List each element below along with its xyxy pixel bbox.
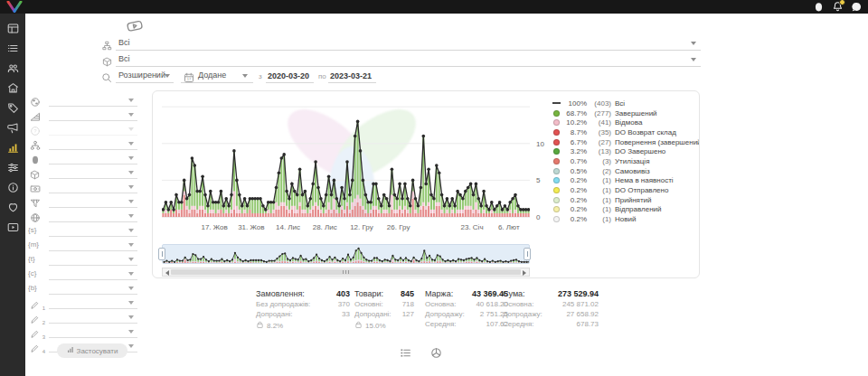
- stat-title: Маржа:: [425, 289, 453, 300]
- legend-item[interactable]: 10.2% (41) Відмова: [552, 118, 695, 127]
- pie-view-icon[interactable]: [430, 346, 443, 359]
- stat-title: Сума:: [503, 289, 525, 300]
- chart-legend: 100% (403) Всі 68.7% (277) Завершений 10…: [552, 99, 695, 224]
- legend-item[interactable]: 0.2% (1) Відправлений: [552, 205, 695, 215]
- panel-select-funnel-chart[interactable]: [49, 108, 137, 121]
- navigator-right-handle[interactable]: [524, 248, 531, 260]
- calendar-icon: 17: [184, 70, 194, 87]
- legend-item[interactable]: 0.2% (1) Прийнятий: [552, 195, 695, 205]
- panel-select-customer[interactable]: [49, 152, 137, 164]
- chevron-down-icon: [691, 42, 696, 45]
- chart-scrollbar[interactable]: [162, 268, 530, 277]
- sidebar-item-marketing[interactable]: [0, 118, 25, 137]
- sidebar-item-tutorials[interactable]: [0, 217, 25, 237]
- orders-chart[interactable]: [162, 99, 530, 218]
- app-logo-icon[interactable]: [5, 1, 24, 13]
- stat-title: Замовлення:: [256, 289, 305, 300]
- legend-item[interactable]: 6.7% (27) Повернення (завершений): [552, 137, 695, 147]
- variable-icon: {s}: [28, 226, 36, 234]
- legend-percent: 10.2%: [563, 118, 587, 127]
- legend-percent: 0.2%: [563, 205, 587, 213]
- apply-button-label: Застосувати: [77, 347, 118, 355]
- navigator-left-handle[interactable]: [158, 248, 165, 260]
- legend-item[interactable]: 68.7% (277) Завершений: [552, 108, 695, 118]
- apply-button[interactable]: Застосувати: [57, 343, 127, 358]
- search-mode-select[interactable]: [116, 82, 174, 83]
- panel-select-help[interactable]: [49, 123, 137, 136]
- legend-item[interactable]: 0.7% (3) Утилізація: [552, 156, 695, 166]
- legend-label: Всі: [615, 99, 625, 108]
- product-filter-select[interactable]: [116, 66, 701, 67]
- panel-select-filter[interactable]: [49, 195, 137, 208]
- notifications-bell-icon[interactable]: [832, 1, 844, 13]
- chart-navigator[interactable]: [162, 244, 530, 264]
- legend-item[interactable]: 100% (403) Всі: [552, 99, 695, 108]
- variable-icon: {t}: [28, 255, 35, 263]
- legend-percent: 0.7%: [563, 157, 587, 165]
- stat-sub-value: 678.73: [577, 320, 599, 330]
- panel-select-planet[interactable]: [49, 94, 137, 107]
- sidebar-item-customers[interactable]: [0, 58, 25, 78]
- panel-select-org-structure[interactable]: [49, 137, 137, 150]
- panel-select-var-m[interactable]: [49, 239, 137, 251]
- sidebar-item-promotions[interactable]: [0, 98, 25, 118]
- user-egg-icon[interactable]: [813, 1, 825, 13]
- panel-select-var-c[interactable]: [49, 268, 137, 280]
- panel-select-product[interactable]: [49, 166, 137, 179]
- sidebar-item-integrations[interactable]: [0, 157, 25, 177]
- help-icon: ?: [30, 124, 42, 136]
- legend-item[interactable]: 8.7% (35) DO Возврат склад: [552, 127, 695, 137]
- profile-blob-icon[interactable]: [851, 1, 863, 13]
- x-axis-label: 23. Січ: [452, 223, 492, 231]
- panel-select-custom-1[interactable]: [49, 296, 137, 309]
- sidebar-item-dashboard[interactable]: [0, 18, 25, 38]
- stat-value: 273 529.94: [558, 289, 599, 300]
- date-from-underline[interactable]: [266, 82, 314, 83]
- package-icon: [30, 167, 42, 179]
- sidebar-item-analytics[interactable]: [0, 137, 25, 157]
- search-icon[interactable]: [101, 70, 112, 87]
- date-field-select[interactable]: [181, 82, 253, 83]
- date-from-input[interactable]: 2020-03-20: [268, 71, 309, 80]
- category-filter-select[interactable]: [116, 50, 701, 51]
- panel-select-var-s[interactable]: [49, 224, 137, 237]
- x-axis-label: 12. Гру: [342, 223, 382, 231]
- panel-select-custom-2[interactable]: [49, 311, 137, 324]
- panel-select-payment[interactable]: [49, 181, 137, 193]
- label-play-icon[interactable]: [123, 17, 146, 38]
- x-axis-label: 31. Жов: [231, 223, 271, 231]
- sidebar-item-info[interactable]: [0, 177, 25, 197]
- legend-item[interactable]: 0.2% (1) DO Отправлено: [552, 185, 695, 195]
- legend-item[interactable]: 0.2% (1) Нема в наявності: [552, 176, 695, 186]
- stat-sub-label: Основні:: [354, 300, 383, 310]
- panel-select-var-b[interactable]: [49, 282, 137, 295]
- date-to-input[interactable]: 2023-03-21: [330, 71, 372, 80]
- stat-column: Сума:273 529.94Основна:245 871.02Допрода…: [503, 289, 599, 330]
- chart-mini-icon: [67, 346, 74, 355]
- list-view-icon[interactable]: [400, 346, 412, 359]
- panel-select-var-t[interactable]: [49, 253, 137, 266]
- sidebar-item-orders[interactable]: [0, 38, 25, 58]
- topbar-icons: [813, 1, 863, 13]
- sidebar-item-store[interactable]: [0, 78, 25, 98]
- legend-swatch: [552, 216, 561, 222]
- sitemap-icon: [102, 38, 112, 54]
- sidebar-item-partners[interactable]: [0, 197, 25, 217]
- legend-swatch: [552, 110, 561, 117]
- legend-percent: 100%: [563, 99, 587, 108]
- panel-select-custom-3[interactable]: [49, 325, 137, 338]
- legend-label: DO Возврат склад: [615, 128, 676, 136]
- stat-sub-label: Середня:: [503, 320, 534, 330]
- legend-item[interactable]: 0.2% (1) Новий: [552, 214, 695, 224]
- stat-column: Маржа:43 369.45Основна:40 618.20Допродаж…: [425, 289, 508, 330]
- date-to-underline[interactable]: [328, 82, 376, 83]
- legend-label: Самовивіз: [615, 167, 650, 175]
- scroll-right-icon[interactable]: [523, 270, 526, 276]
- panel-select-globe[interactable]: [49, 210, 137, 222]
- legend-item[interactable]: 3.2% (13) DO Завершено: [552, 146, 695, 156]
- search-mode-value: Розширений: [118, 70, 165, 80]
- legend-item[interactable]: 0.5% (2) Самовивіз: [552, 166, 695, 176]
- sale-bag-icon: [354, 321, 363, 331]
- scrollbar-thumb[interactable]: [171, 269, 521, 275]
- scroll-left-icon[interactable]: [165, 270, 169, 276]
